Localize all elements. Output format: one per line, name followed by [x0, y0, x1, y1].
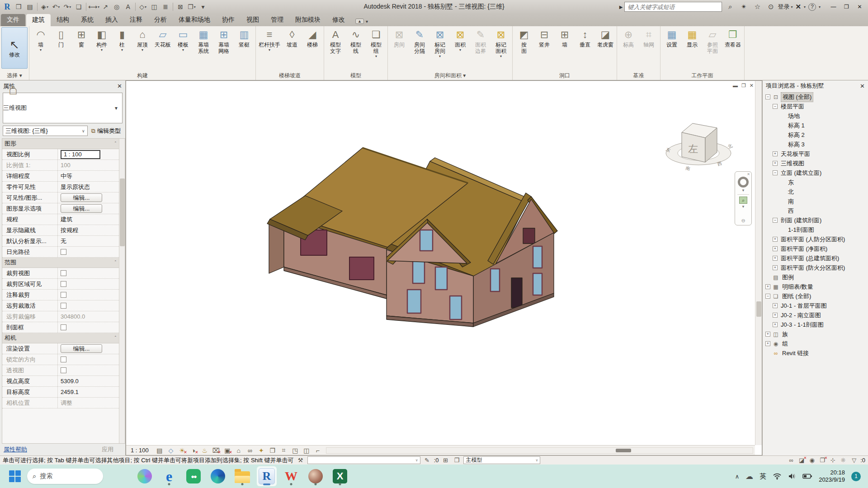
tree-item[interactable]: +面积平面 (净面积) [763, 244, 868, 253]
ribbon-button-标记面积[interactable]: ⊠标记 面积▾ [491, 27, 511, 59]
tree-item[interactable]: −楼层平面 [763, 102, 868, 111]
tree-expander-icon[interactable]: − [765, 94, 770, 99]
tree-item[interactable]: 标高 1 [763, 121, 868, 130]
property-section-图形[interactable]: 图形ˆ [2, 139, 125, 149]
checkbox[interactable] [61, 270, 66, 276]
tab-插入[interactable]: 插入 [99, 14, 124, 26]
ribbon-button-坡道[interactable]: ◊坡道 [282, 27, 302, 49]
show-constraints-icon[interactable]: ⌐ [312, 446, 323, 455]
window-maximize-button[interactable]: ❐ [840, 1, 853, 12]
tree-expander-icon[interactable]: + [773, 303, 778, 308]
tray-expand-icon[interactable]: ∧ [735, 473, 740, 480]
ribbon-button-房间分隔[interactable]: ✎房间 分隔 [410, 27, 429, 55]
customize-qat-icon[interactable]: ▾ [198, 1, 208, 12]
active-workset-combo[interactable]: ∨ [307, 456, 420, 464]
tab-体量和场地[interactable]: 体量和场地 [173, 14, 216, 26]
tree-expander-icon[interactable]: − [773, 218, 778, 223]
taskbar-app-edge[interactable] [208, 466, 228, 486]
tab-协作[interactable]: 协作 [216, 14, 241, 26]
search-expand-icon[interactable]: ▶ [619, 5, 623, 9]
ribbon-button-模型文字[interactable]: A模型 文字 [326, 27, 345, 55]
workset-sync-icon[interactable]: ◈▾ [39, 1, 50, 12]
tree-item[interactable]: +J0-1 - 首层平面图 [763, 301, 868, 310]
close-icon[interactable]: ✕ [860, 83, 865, 89]
highlight-displacement-sets-icon[interactable]: ◳ [290, 446, 301, 455]
tree-item[interactable]: 东 [763, 178, 868, 187]
window-close-button[interactable]: ✕ [853, 1, 866, 12]
chevron-down-icon[interactable]: ▼ [114, 106, 122, 111]
ribbon-button-垂直[interactable]: ↕垂直 [575, 27, 595, 49]
detail-level-icon[interactable]: ▤ [154, 446, 165, 455]
ribbon-button-标记房间[interactable]: ⊠标记 房间▾ [430, 27, 450, 59]
worksharing-display-icon[interactable]: ◫ [301, 446, 312, 455]
tab-管理[interactable]: 管理 [265, 14, 289, 26]
value-text[interactable]: 无 [61, 237, 66, 245]
tree-expander-icon[interactable]: − [773, 170, 778, 175]
ribbon-display-toggle[interactable]: ▲▾ [355, 19, 368, 26]
navbar-options-icon[interactable]: ⊖ [741, 218, 745, 224]
close-icon[interactable]: ✕ [117, 83, 122, 89]
visual-style-icon[interactable]: ◇ [165, 446, 176, 455]
view-minimize-icon[interactable]: ▬ [733, 83, 738, 89]
tree-expander-icon[interactable]: + [773, 256, 778, 261]
tab-修改[interactable]: 修改 [326, 14, 351, 26]
ribbon-button-窗[interactable]: ⊞窗 [71, 27, 91, 49]
checkbox[interactable] [61, 281, 66, 287]
tree-item[interactable]: ▤图例 [763, 272, 868, 282]
help-search-input[interactable] [624, 2, 722, 12]
select-elements-by-face-icon[interactable]: ❐✕ [818, 457, 827, 464]
tab-视图[interactable]: 视图 [241, 14, 265, 26]
thin-lines-icon[interactable]: ≣ [160, 1, 171, 12]
tab-系统[interactable]: 系统 [75, 14, 99, 26]
select-links-icon[interactable]: ∞ [787, 457, 796, 464]
tree-item[interactable]: 1-1剖面图 [763, 225, 868, 235]
taskbar-app-wps[interactable]: W [281, 466, 301, 486]
tree-item[interactable]: +天花板平面 [763, 149, 868, 159]
view-close-icon[interactable]: ✕ [750, 83, 754, 89]
tab-文件[interactable]: 文件 [1, 14, 25, 26]
input-language-indicator[interactable]: 英 [760, 472, 766, 481]
show-analytical-model-icon[interactable]: ⌗ [278, 446, 289, 455]
editable-only-icon[interactable]: ✎ [423, 457, 432, 464]
drag-elements-on-selection-icon[interactable]: ⊹ [828, 457, 837, 464]
taskbar-app-photos[interactable] [306, 466, 326, 486]
switch-windows-icon[interactable]: ❐▾ [186, 1, 197, 12]
ribbon-button-面积[interactable]: ⊠面积▾ [450, 27, 470, 53]
aligned-dimension-icon[interactable]: ↗ [100, 1, 111, 12]
ribbon-button-墙[interactable]: ◠墙▾ [31, 27, 51, 53]
revit-logo[interactable]: R [2, 1, 13, 12]
text-icon[interactable]: A [123, 1, 133, 12]
section-icon[interactable]: ◫ [149, 1, 160, 12]
tree-item[interactable]: 西 [763, 206, 868, 216]
select-underlay-elements-icon[interactable]: ◪✕ [797, 457, 806, 464]
ribbon-button-幕墙系统[interactable]: ▦幕墙 系统 [193, 27, 213, 55]
view-cube[interactable]: 东 南 西 北 左 [660, 109, 737, 177]
navigation-bar[interactable]: ✕ ▼ ⌕ ▼ ⊖ [735, 171, 752, 225]
ribbon-button-竖井[interactable]: ⊟竖井 [534, 27, 554, 49]
tree-item[interactable]: +面积平面 (总建筑面积) [763, 253, 868, 263]
reveal-hidden-elements-icon[interactable]: ✦ [256, 446, 267, 455]
filter-icon[interactable]: ▽ [849, 457, 859, 464]
checkbox[interactable] [61, 303, 66, 309]
favorites-star-icon[interactable]: ☆ [752, 2, 763, 12]
start-button[interactable] [9, 470, 21, 482]
tree-item[interactable]: +J0-3 - 1-1剖面图 [763, 320, 868, 329]
edit-type-button[interactable]: ⧉ 编辑类型 [90, 126, 123, 136]
property-section-范围[interactable]: 范围ˆ [2, 258, 125, 268]
ribbon-button-天花板[interactable]: ▱天花板 [153, 27, 173, 49]
horizontal-scrollbar[interactable] [326, 447, 753, 454]
tree-item[interactable]: 标高 2 [763, 130, 868, 140]
taskbar-app-browser[interactable]: e [159, 466, 179, 486]
show-crop-region-icon[interactable]: ▣✕ [222, 446, 233, 455]
battery-icon[interactable] [802, 473, 812, 479]
chevron-down-icon[interactable]: ▼ [741, 188, 745, 192]
tree-item[interactable]: 北 [763, 187, 868, 197]
wifi-icon[interactable] [773, 473, 782, 480]
tree-item[interactable]: +▦明细表/数量 [763, 282, 868, 291]
ribbon-button-竖梃[interactable]: ▥竖梃 [234, 27, 254, 49]
tree-expander-icon[interactable]: + [773, 151, 778, 156]
ribbon-button-按面[interactable]: ◩按 面 [514, 27, 534, 55]
select-pinned-elements-icon[interactable]: ◉ [807, 457, 816, 464]
temporary-view-properties-icon[interactable]: ❐ [267, 446, 278, 455]
open-icon[interactable]: ❒ [13, 1, 24, 12]
